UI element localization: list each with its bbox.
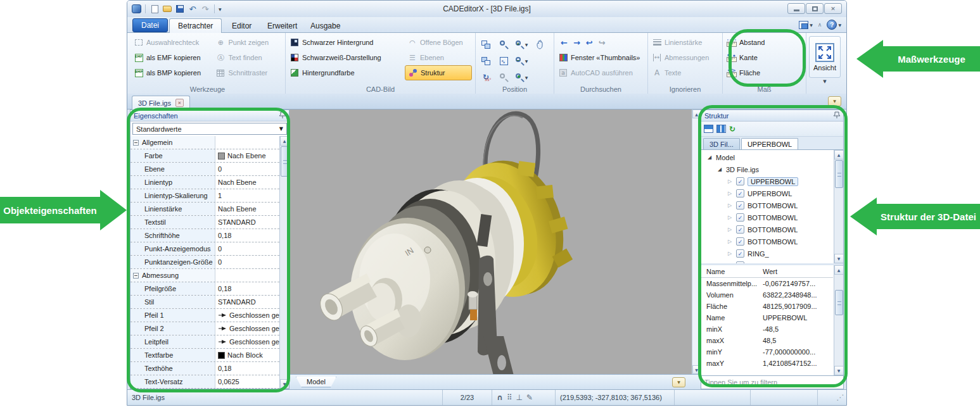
details-scrollbar[interactable]: ▲ ▼ xyxy=(834,265,843,375)
property-row[interactable]: Schrifthöhe0,18 xyxy=(130,229,279,242)
visibility-checkbox[interactable]: ✓ xyxy=(736,201,744,210)
details-row[interactable]: maxY1,42108547152... xyxy=(701,358,833,369)
tree-item[interactable]: ▷✓RING_ xyxy=(701,247,833,260)
details-row[interactable]: minY-77,000000000... xyxy=(701,346,833,358)
zoom-out-button[interactable]: −▼ xyxy=(515,56,528,66)
rotate-35-icon[interactable]: ↻35° xyxy=(483,73,489,82)
forward-icon[interactable]: → xyxy=(573,38,580,47)
details-row[interactable]: Volumen63822,2348948... xyxy=(701,289,833,301)
collapse-section-icon[interactable] xyxy=(133,273,139,279)
pan-pages-icon[interactable] xyxy=(481,41,490,49)
offene-boegen-button[interactable]: ◠Offene Bögen xyxy=(405,35,472,50)
ansicht-dropdown-arrow-icon[interactable]: ▼ xyxy=(808,79,842,84)
help-button[interactable]: ?▼ xyxy=(827,20,841,30)
scroll-up-icon[interactable]: ▲ xyxy=(834,265,844,275)
vertical-split-icon[interactable] xyxy=(716,125,726,133)
redo-icon[interactable]: ↷ xyxy=(200,4,210,14)
sheet-collapse-button[interactable]: ▼ xyxy=(672,377,685,387)
abmessungen-button[interactable]: ↔Abmessungen xyxy=(649,50,721,65)
scrollbar-thumb[interactable] xyxy=(835,290,843,315)
filter-input[interactable] xyxy=(701,376,843,389)
scroll-down-icon[interactable]: ▼ xyxy=(692,365,701,374)
punkt-zeigen-button[interactable]: ⊕Punkt zeigen xyxy=(213,35,284,50)
app-icon[interactable] xyxy=(131,4,141,14)
zoom-previous-icon[interactable] xyxy=(499,73,509,82)
tree-scrollbar[interactable]: ▲ ▼ xyxy=(834,150,843,263)
details-row[interactable]: Fläche48125,9017909... xyxy=(701,301,833,312)
page-forward-icon[interactable]: ↪ xyxy=(599,38,606,47)
property-row[interactable]: Ebene0 xyxy=(130,163,279,176)
refresh-icon[interactable]: ↻ xyxy=(729,125,735,134)
ansicht-button[interactable]: Ansicht xyxy=(809,36,841,78)
draw-pen-icon[interactable]: ✎ xyxy=(526,393,533,402)
scroll-up-icon[interactable]: ▲ xyxy=(692,110,701,118)
schnittraster-button[interactable]: Schnittraster xyxy=(213,65,284,80)
preset-dropdown[interactable]: Standardwerte ▼ xyxy=(132,123,287,135)
property-row[interactable]: Pfeilgröße0,18 xyxy=(130,282,279,296)
details-row[interactable]: maxX48,5 xyxy=(701,335,833,346)
ortho-icon[interactable]: ⊥ xyxy=(516,393,523,402)
property-row[interactable]: TextstilSTANDARD xyxy=(130,216,279,229)
document-tab[interactable]: 3D File.igs ✕ xyxy=(132,96,190,110)
close-document-icon[interactable]: ✕ xyxy=(175,99,184,107)
collapse-section-icon[interactable] xyxy=(133,140,139,146)
tree-item[interactable]: ▷✓BOTTOMBOWL xyxy=(701,211,833,223)
tab-ausgabe[interactable]: Ausgabe xyxy=(302,19,348,33)
property-row[interactable]: StilSTANDARD xyxy=(130,296,279,309)
auswahlrechteck-button[interactable]: Auswahlrechteck xyxy=(131,35,213,50)
thumbnails-window-button[interactable]: Fenster «Thumbnails» xyxy=(556,50,646,65)
collapsed-icon[interactable]: ▷ xyxy=(727,251,733,256)
minimize-button[interactable] xyxy=(787,3,805,14)
property-row[interactable]: Pfeil 1Geschlossen ge xyxy=(130,309,279,322)
tab-betrachter[interactable]: Betrachter xyxy=(169,18,222,34)
zoom-window-icon[interactable] xyxy=(499,40,509,49)
details-row[interactable]: Massenmittelp...-0,0672149757... xyxy=(701,278,833,289)
tree-item[interactable]: ▷✓BOTTOMBOWL xyxy=(701,223,833,235)
property-row[interactable]: TextfarbeNach Block xyxy=(130,349,279,362)
properties-scrollbar[interactable]: ▲ ▼ xyxy=(279,136,289,389)
tree-item[interactable]: ▷✓BOTTOMBOWL xyxy=(701,235,833,247)
abstand-button[interactable]: Abstand xyxy=(724,35,805,50)
tab-3d-file[interactable]: 3D Fil... xyxy=(703,138,740,149)
schwarzer-hintergrund-button[interactable]: Schwarzer Hintergrund xyxy=(287,35,405,50)
scroll-down-icon[interactable]: ▼ xyxy=(834,254,844,263)
property-row[interactable]: LeitpfeilGeschlossen ge xyxy=(130,335,279,349)
tab-editor[interactable]: Editor xyxy=(224,19,260,33)
texte-button[interactable]: ATexte xyxy=(649,65,721,80)
maximize-button[interactable] xyxy=(806,3,824,14)
sheet-tab-model[interactable]: Model xyxy=(296,377,336,387)
details-row[interactable]: NameUPPERBOWL xyxy=(701,312,833,323)
scroll-down-icon[interactable]: ▼ xyxy=(280,379,290,389)
visibility-checkbox[interactable]: ✓ xyxy=(736,177,744,185)
scroll-up-icon[interactable]: ▲ xyxy=(280,136,290,146)
viewport-scroll-strip[interactable]: ▲ ▼ xyxy=(692,110,701,374)
tree-item[interactable]: ▷✓BOTTOMBOWL xyxy=(701,199,833,211)
undo-icon[interactable]: ↶ xyxy=(188,4,198,14)
scrollbar-thumb[interactable] xyxy=(281,146,289,177)
qat-menu-arrow-icon[interactable]: ▼ xyxy=(219,7,222,11)
property-row[interactable]: Pfeil 2Geschlossen ge xyxy=(130,322,279,335)
visibility-checkbox[interactable]: ✓ xyxy=(736,225,744,234)
tree-item[interactable]: ▷✓UPPERBOWL xyxy=(701,175,833,187)
property-row[interactable]: Texthöhe0,18 xyxy=(130,362,279,375)
collapse-ribbon-icon[interactable]: ∧ xyxy=(818,22,822,28)
schwarzweiss-button[interactable]: Schwarzweiß-Darstellung xyxy=(287,50,405,65)
scroll-up-icon[interactable]: ▲ xyxy=(834,150,844,160)
hintergrundfarbe-button[interactable]: Hintergrundfarbe xyxy=(287,65,405,80)
property-row[interactable]: FarbeNach Ebene xyxy=(130,149,279,163)
collapsed-icon[interactable]: ▷ xyxy=(727,178,733,184)
fit-view-icon[interactable]: ↔ xyxy=(500,57,508,65)
visibility-checkbox[interactable]: ✓ xyxy=(736,237,744,246)
visibility-checkbox[interactable]: ✓ xyxy=(736,249,744,258)
struktur-toggle-button[interactable]: Struktur xyxy=(405,65,472,80)
window-arrange-button[interactable]: ▼ xyxy=(799,21,813,29)
property-row[interactable]: LinienstärkeNach Ebene xyxy=(130,203,279,216)
close-button[interactable]: ✕ xyxy=(824,3,842,14)
back-icon[interactable]: ← xyxy=(561,38,568,47)
autocad-run-button[interactable]: aAutoCAD ausführen xyxy=(556,65,646,80)
property-row[interactable]: Linientyp-Skalierung1 xyxy=(130,189,279,203)
pan-hand-icon[interactable] xyxy=(535,40,544,49)
tree-node-file[interactable]: ◢3D File.igs xyxy=(701,163,833,175)
scrollbar-thumb[interactable] xyxy=(835,160,843,188)
property-row[interactable]: Text-Versatz0,0625 xyxy=(130,375,279,389)
